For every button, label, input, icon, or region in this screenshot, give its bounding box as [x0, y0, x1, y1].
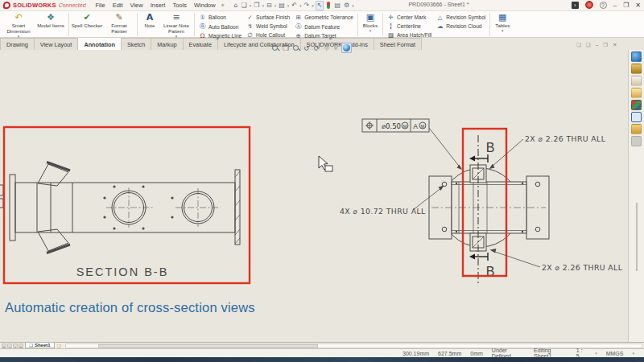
minimize-button[interactable]: – — [613, 2, 617, 9]
weld-symbol-button[interactable]: ↯Weld Symbol — [246, 23, 290, 30]
callout-top[interactable]: 2X ⌀ 2.26 THRU ALL — [525, 134, 606, 143]
menu-file[interactable]: File — [96, 2, 105, 9]
linear-note-caret-icon[interactable]: ▾ — [175, 35, 178, 38]
format-painter-button[interactable]: ✎ Format Painter — [103, 12, 135, 35]
horizontal-scrollbar-thumb[interactable] — [98, 344, 318, 348]
note-button[interactable]: A Note — [139, 12, 160, 29]
appearances-icon[interactable] — [631, 100, 642, 110]
menu-view[interactable]: View — [130, 2, 143, 9]
blocks-caret-icon[interactable]: ▾ — [369, 29, 372, 32]
last-sheet-button[interactable]: » — [19, 343, 23, 348]
view-palette-icon[interactable] — [631, 112, 642, 122]
tab-annotation[interactable]: Annotation — [77, 37, 122, 50]
tab-drawing[interactable]: Drawing — [0, 38, 35, 50]
tab-sheet-format[interactable]: Sheet Format — [374, 38, 422, 50]
smart-dimension-button[interactable]: ↶ Smart Dimension ▾ — [2, 12, 35, 38]
callout-left[interactable]: 4X ⌀ 10.72 THRU ALL — [340, 207, 426, 216]
redo-icon[interactable]: ↷ — [303, 2, 311, 10]
file-explorer-icon[interactable] — [631, 88, 642, 98]
sheet-tab-sheet1[interactable]: ❏ Sheet1 — [25, 342, 55, 348]
view-settings-button[interactable] — [341, 43, 352, 53]
scale-caret-icon[interactable]: ▾ — [595, 351, 597, 356]
menu-window[interactable]: Window — [194, 2, 216, 9]
custom-properties-icon[interactable] — [631, 124, 642, 134]
doc-minimize-icon[interactable]: – — [596, 42, 599, 48]
surface-finish-button[interactable]: ✓Surface Finish — [246, 14, 290, 21]
pan-icon[interactable]: ✛ — [324, 44, 330, 52]
forum-icon[interactable] — [631, 136, 642, 146]
auto-balloon-button[interactable]: ⓐAuto Balloon — [199, 23, 242, 31]
spell-checker-button[interactable]: ✔ Spell Checker — [71, 12, 103, 29]
callout-bottom[interactable]: 2X ⌀ 2.26 THRU ALL — [542, 263, 623, 272]
smart-dimension-caret-icon[interactable]: ▾ — [18, 35, 20, 38]
tables-button[interactable]: ▦ Tables ▾ — [492, 12, 513, 32]
zoom-to-fit-icon[interactable] — [272, 45, 279, 51]
previous-view-icon[interactable]: ↺ — [303, 44, 310, 52]
area-hatch-fill-button[interactable]: ▨Area Hatch/Fill — [387, 31, 431, 39]
revision-cloud-button[interactable]: ☁Revision Cloud — [436, 23, 485, 30]
next-sheet-button[interactable]: › — [13, 343, 18, 348]
select-tool-icon[interactable]: ↖ — [316, 1, 324, 10]
open-document-icon[interactable]: ❐ — [253, 2, 260, 10]
drawing-sheet-canvas[interactable]: SECTION B-B — [0, 50, 628, 342]
front-view-with-section-line[interactable] — [429, 165, 549, 251]
rebuild-icon[interactable] — [327, 2, 330, 9]
restore-button[interactable]: ❐ — [623, 2, 629, 9]
tab-evaluate[interactable]: Evaluate — [183, 38, 218, 50]
model-items-button[interactable]: ❖ Model Items — [35, 12, 67, 29]
pin-menu-icon[interactable]: ✶ — [221, 2, 225, 9]
doc-cascade-icon[interactable]: ❏ — [576, 42, 581, 48]
section-view-b-b[interactable]: SECTION B-B — [0, 162, 240, 279]
menu-insert[interactable]: Insert — [151, 2, 166, 9]
add-sheet-button[interactable]: ❏ — [55, 343, 64, 348]
tab-view-layout[interactable]: View Layout — [34, 38, 79, 50]
section-view-label[interactable]: SECTION B-B — [76, 265, 169, 278]
hole-callout-button[interactable]: ∅Hole Callout — [246, 31, 290, 39]
units-caret-icon[interactable]: ▾ — [632, 351, 634, 356]
center-mark-button[interactable]: ✛Center Mark — [387, 14, 431, 21]
options-caret-icon[interactable]: ▾ — [352, 3, 354, 8]
view-options-caret-icon[interactable]: ▾ — [334, 44, 338, 52]
datum-feature-button[interactable]: ⒶDatum Feature — [295, 23, 353, 31]
save-icon[interactable]: ⊟ — [266, 2, 273, 10]
first-sheet-button[interactable]: « — [2, 343, 6, 348]
magnetic-line-button[interactable]: ΩMagnetic Line — [199, 32, 242, 39]
doc-restore-icon[interactable]: ❐ — [603, 42, 608, 48]
design-library-icon[interactable] — [631, 76, 642, 86]
resources-icon[interactable] — [631, 51, 642, 62]
datum-target-button[interactable]: ⊕Datum Target — [295, 32, 353, 39]
options-gear-icon[interactable]: ⚙ — [343, 2, 350, 10]
3dexperience-launcher-icon[interactable]: › — [572, 2, 579, 9]
blocks-button[interactable]: ▣ Blocks ▾ — [360, 12, 381, 32]
zoom-window-icon[interactable] — [293, 45, 299, 51]
zoom-to-area-icon[interactable]: ❐ — [283, 44, 289, 52]
print-caret-icon[interactable]: ▾ — [287, 3, 290, 8]
menu-edit[interactable]: Edit — [113, 2, 123, 9]
tab-markup[interactable]: Markup — [151, 38, 183, 50]
print-icon[interactable]: ▤ — [278, 2, 286, 10]
open-caret-icon[interactable]: ▾ — [262, 3, 264, 8]
help-icon[interactable]: ? — [600, 2, 607, 9]
doc-close-icon[interactable]: ✕ — [613, 42, 617, 48]
linear-note-pattern-button[interactable]: ≡ Linear Note Pattern ▾ — [160, 12, 192, 38]
tab-sketch[interactable]: Sketch — [121, 38, 151, 50]
prev-sheet-button[interactable]: ‹ — [7, 343, 12, 348]
centerline-button[interactable]: ╏Centerline — [387, 23, 431, 30]
revision-symbol-button[interactable]: △Revision Symbol — [436, 14, 485, 21]
doc-tile-icon[interactable]: ❏ — [586, 42, 591, 48]
undo-icon[interactable]: ↶ — [291, 2, 298, 10]
save-caret-icon[interactable]: ▾ — [275, 3, 277, 8]
home-icon[interactable]: ⌂ — [233, 2, 239, 10]
status-units[interactable]: MMGS — [606, 351, 624, 356]
undo-caret-icon[interactable]: ▾ — [299, 3, 302, 8]
file-properties-icon[interactable]: ▤ — [333, 2, 341, 10]
close-button[interactable]: ✕ — [635, 2, 641, 9]
menu-tools[interactable]: Tools — [172, 2, 187, 9]
user-avatar[interactable] — [585, 1, 593, 9]
new-caret-icon[interactable]: ▾ — [250, 3, 252, 8]
feature-control-frame[interactable]: ⌀0.50 M A M — [362, 119, 462, 170]
redo-caret-icon[interactable]: ▾ — [312, 3, 314, 8]
lifecycle-icon[interactable] — [631, 64, 642, 74]
tables-caret-icon[interactable]: ▾ — [502, 29, 504, 32]
rotate-view-icon[interactable]: ⟳ — [314, 44, 320, 52]
